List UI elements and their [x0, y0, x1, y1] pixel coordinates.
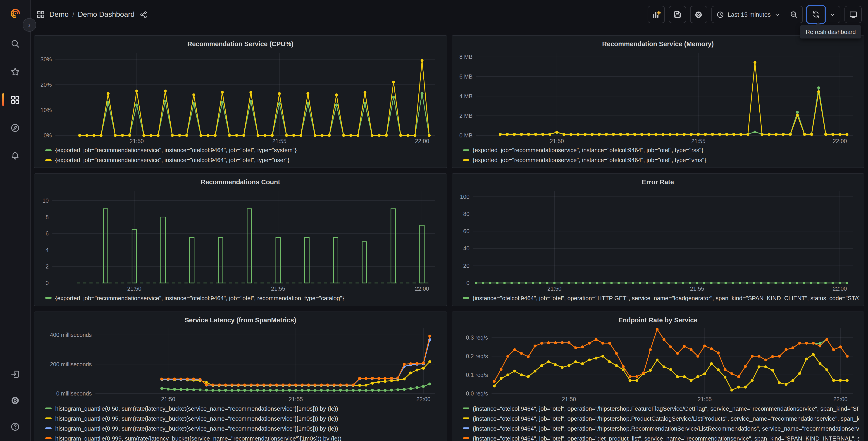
- panel-recommendations-count: Recommendations Count 024681021:5021:552…: [34, 173, 447, 306]
- legend-item[interactable]: histogram_quantile(0.95, sum(rate(latenc…: [45, 414, 442, 423]
- panel-title[interactable]: Recommendation Service (Memory): [456, 38, 859, 50]
- help-icon[interactable]: [5, 416, 25, 437]
- legend-series-label: {instance="otelcol:9464", job="otel", op…: [473, 405, 859, 412]
- svg-text:0%: 0%: [44, 132, 52, 138]
- legend-series-label: histogram_quantile(0.999, sum(rate(laten…: [55, 435, 341, 441]
- svg-text:100: 100: [460, 194, 469, 200]
- search-icon[interactable]: [5, 33, 25, 53]
- legend-item[interactable]: {instance="otelcol:9464", job="otel", op…: [463, 423, 859, 434]
- svg-text:22:00: 22:00: [415, 286, 429, 292]
- legend-series-marker: [463, 408, 469, 410]
- legend-item[interactable]: {instance="otelcol:9464", job="otel", op…: [463, 404, 859, 414]
- refresh-button[interactable]: [807, 6, 825, 23]
- svg-text:21:50: 21:50: [130, 138, 144, 144]
- memory-chart[interactable]: 0 MB2 MB4 MB6 MB8 MB21:5021:5522:00: [456, 50, 859, 145]
- svg-text:4: 4: [45, 247, 49, 253]
- svg-text:8: 8: [45, 214, 49, 220]
- svg-text:8 MB: 8 MB: [459, 54, 472, 60]
- legend-series-marker: [463, 418, 469, 419]
- dashboard-settings-button[interactable]: [690, 6, 707, 23]
- latency-chart[interactable]: 0 milliseconds200 milliseconds400 millis…: [39, 326, 442, 404]
- legend-series-marker: [463, 297, 469, 299]
- panel-title[interactable]: Recommendations Count: [39, 177, 442, 188]
- cpu-chart[interactable]: 0%10%20%30%21:5021:5522:00: [39, 50, 442, 145]
- legend-item[interactable]: {instance="otelcol:9464", job="otel", op…: [463, 293, 859, 303]
- legend-item[interactable]: {exported_job="recommendationservice", i…: [463, 155, 859, 165]
- svg-text:22:00: 22:00: [833, 286, 847, 292]
- explore-compass-icon[interactable]: [5, 118, 25, 138]
- legend-series-marker: [45, 159, 52, 161]
- legend-item[interactable]: {exported_job="recommendationservice", i…: [45, 293, 442, 303]
- breadcrumb-root[interactable]: Demo: [49, 10, 68, 19]
- alerting-bell-icon[interactable]: [5, 146, 25, 166]
- endpoint-rate-chart[interactable]: 0.0 req/s0.1 req/s0.2 req/s0.3 req/s21:5…: [456, 326, 859, 404]
- svg-text:80: 80: [463, 211, 469, 217]
- legend-series-label: {instance="otelcol:9464", job="otel", op…: [473, 425, 859, 432]
- legend-item[interactable]: {exported_job="recommendationservice", i…: [45, 155, 442, 165]
- time-range-picker[interactable]: Last 15 minutes: [712, 6, 785, 23]
- legend-series-label: {exported_job="recommendationservice", i…: [55, 295, 344, 301]
- refresh-interval-caret[interactable]: [825, 6, 840, 23]
- dashboard-toolbar: Last 15 minutes: [647, 6, 862, 23]
- legend-item[interactable]: {instance="otelcol:9464", job="otel", op…: [463, 434, 859, 441]
- svg-text:21:50: 21:50: [550, 138, 564, 144]
- time-picker-group: Last 15 minutes: [711, 6, 803, 23]
- grafana-logo-icon[interactable]: [5, 4, 25, 24]
- svg-text:21:55: 21:55: [289, 396, 303, 403]
- sign-in-icon[interactable]: [5, 364, 25, 384]
- legend-item[interactable]: histogram_quantile(0.999, sum(rate(laten…: [45, 434, 442, 441]
- legend-series-marker: [45, 149, 52, 151]
- save-dashboard-button[interactable]: [669, 6, 686, 23]
- legend-item[interactable]: histogram_quantile(0.99, sum(rate(latenc…: [45, 423, 442, 434]
- sidebar-expand-chevron[interactable]: ›: [23, 18, 36, 32]
- legend-series-marker: [45, 438, 52, 439]
- panel-title[interactable]: Service Latency (from SpanMetrics): [39, 315, 442, 326]
- svg-text:0.1 req/s: 0.1 req/s: [466, 372, 488, 378]
- legend-series-marker: [45, 297, 52, 299]
- svg-text:400 milliseconds: 400 milliseconds: [50, 332, 92, 338]
- error-rate-chart[interactable]: 02040608010021:5021:5522:00: [456, 188, 859, 293]
- svg-text:40: 40: [463, 245, 469, 252]
- panel-title[interactable]: Recommendation Service (CPU%): [39, 38, 442, 50]
- panel-title[interactable]: Endpoint Rate by Service: [456, 315, 859, 326]
- legend-series-label: {exported_job="recommendationservice", i…: [473, 147, 703, 153]
- panel-recommendation-memory: Recommendation Service (Memory) 0 MB2 MB…: [452, 35, 864, 168]
- starred-icon[interactable]: [5, 62, 25, 82]
- add-panel-button[interactable]: [647, 6, 664, 23]
- legend-series-marker: [45, 408, 52, 410]
- svg-text:21:55: 21:55: [271, 286, 285, 292]
- svg-text:21:50: 21:50: [127, 286, 142, 292]
- panel-service-latency: Service Latency (from SpanMetrics) 0 mil…: [34, 312, 447, 441]
- svg-text:22:00: 22:00: [416, 396, 431, 403]
- legend-series-label: {exported_job="recommendationservice", i…: [55, 157, 289, 164]
- svg-text:10: 10: [42, 198, 49, 204]
- legend-series-label: histogram_quantile(0.99, sum(rate(latenc…: [55, 425, 338, 432]
- panel-title[interactable]: Error Rate: [456, 177, 859, 188]
- sidebar: [0, 0, 31, 441]
- dashboards-icon[interactable]: [5, 90, 25, 110]
- svg-text:0.2 req/s: 0.2 req/s: [466, 353, 488, 359]
- settings-gear-icon[interactable]: [5, 390, 25, 410]
- count-legend: {exported_job="recommendationservice", i…: [45, 293, 442, 303]
- zoom-out-button[interactable]: [785, 6, 802, 23]
- svg-text:0: 0: [466, 280, 469, 286]
- svg-text:4 MB: 4 MB: [459, 93, 472, 99]
- legend-item[interactable]: {instance="otelcol:9464", job="otel", op…: [463, 414, 859, 423]
- legend-series-label: {instance="otelcol:9464", job="otel", op…: [473, 295, 859, 301]
- legend-item[interactable]: {exported_job="recommendationservice", i…: [45, 145, 442, 155]
- legend-item[interactable]: {exported_job="recommendationservice", i…: [463, 145, 859, 155]
- svg-text:21:55: 21:55: [272, 138, 286, 144]
- legend-series-marker: [45, 418, 52, 419]
- legend-item[interactable]: histogram_quantile(0.50, sum(rate(latenc…: [45, 404, 442, 414]
- svg-text:0 milliseconds: 0 milliseconds: [56, 390, 92, 397]
- count-chart[interactable]: 024681021:5021:5522:00: [39, 188, 442, 293]
- svg-text:200 milliseconds: 200 milliseconds: [50, 361, 92, 368]
- legend-series-label: {instance="otelcol:9464", job="otel", op…: [473, 415, 859, 422]
- legend-series-label: {instance="otelcol:9464", job="otel", op…: [473, 435, 859, 441]
- breadcrumb-current[interactable]: Demo Dashboard: [78, 10, 135, 19]
- legend-series-label: histogram_quantile(0.95, sum(rate(latenc…: [55, 415, 338, 422]
- cycle-view-mode-button[interactable]: [844, 6, 862, 23]
- share-icon[interactable]: [140, 11, 148, 18]
- svg-text:20%: 20%: [40, 81, 52, 88]
- svg-text:21:50: 21:50: [562, 396, 576, 403]
